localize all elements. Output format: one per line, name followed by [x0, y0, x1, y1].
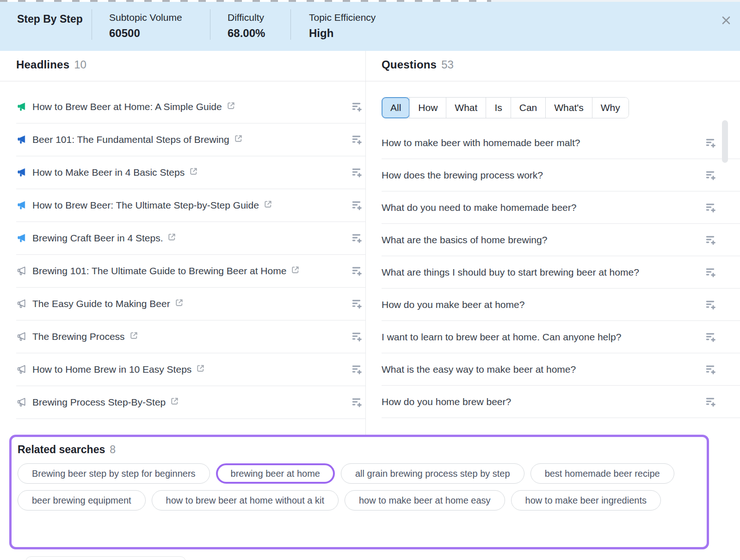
related-search-pill[interactable]: how to make beer ingredients	[511, 490, 661, 511]
playlist-add-icon[interactable]	[704, 234, 717, 246]
question-row[interactable]: What are things I should buy to start br…	[382, 256, 740, 289]
question-row[interactable]: How to make beer with homemade beer malt…	[382, 127, 740, 159]
headlines-list: How to Brew Beer at Home: A Simple Guide	[16, 91, 365, 419]
headline-row[interactable]: How to Brew Beer at Home: A Simple Guide	[16, 91, 365, 123]
external-link-icon[interactable]	[291, 265, 300, 276]
headlines-panel: Headlines 10 How to Brew Beer at Home: A…	[0, 51, 365, 435]
question-row[interactable]: How does the brewing process work?	[382, 159, 740, 191]
question-text: What do you need to make homemade beer?	[382, 202, 576, 213]
question-row[interactable]: How do you home brew beer?	[382, 386, 740, 418]
playlist-add-icon[interactable]	[351, 297, 364, 310]
filter-tab-can[interactable]: Can	[511, 98, 546, 118]
filter-tab-how[interactable]: How	[409, 98, 446, 118]
headlines-count: 10	[74, 58, 86, 71]
playlist-add-icon[interactable]	[704, 266, 717, 279]
headlines-header: Headlines 10	[0, 51, 365, 81]
playlist-add-icon[interactable]	[351, 396, 364, 409]
close-icon[interactable]	[720, 14, 733, 27]
headline-text: Beer 101: The Fundamental Steps of Brewi…	[32, 134, 229, 145]
external-link-icon[interactable]	[196, 364, 205, 375]
external-link-icon[interactable]	[189, 167, 198, 178]
questions-count: 53	[441, 58, 454, 71]
related-search-pill[interactable]: how to make beer at home easy	[345, 490, 505, 511]
playlist-add-icon[interactable]	[351, 265, 364, 277]
playlist-add-icon[interactable]	[351, 199, 364, 212]
external-link-icon[interactable]	[175, 298, 184, 309]
headline-text: Brewing Process Step-By-Step	[32, 397, 166, 408]
playlist-add-icon[interactable]	[704, 201, 717, 214]
cutoff-bottom-pill	[25, 556, 186, 560]
headline-text: Brewing Craft Beer in 4 Steps.	[32, 233, 163, 244]
playlist-add-icon[interactable]	[351, 133, 364, 146]
content-panels: Headlines 10 How to Brew Beer at Home: A…	[0, 51, 740, 435]
stat-value: 60500	[109, 27, 210, 40]
playlist-add-icon[interactable]	[704, 331, 717, 344]
headlines-title: Headlines	[16, 58, 69, 71]
stat-label: Subtopic Volume	[109, 12, 210, 23]
external-link-icon[interactable]	[170, 397, 179, 407]
scrollbar-thumb[interactable]	[722, 120, 728, 163]
playlist-add-icon[interactable]	[704, 363, 717, 376]
filter-tab-is[interactable]: Is	[486, 98, 510, 118]
playlist-add-icon[interactable]	[351, 100, 364, 113]
megaphone-icon	[16, 200, 26, 210]
playlist-add-icon[interactable]	[704, 136, 717, 149]
external-link-icon[interactable]	[227, 101, 235, 112]
megaphone-icon	[16, 299, 26, 309]
megaphone-icon	[16, 233, 26, 243]
megaphone-icon	[16, 102, 26, 112]
filter-tab-why[interactable]: Why	[592, 98, 629, 118]
question-row[interactable]: What are the basics of home brewing?	[382, 224, 740, 256]
question-text: What are the basics of home brewing?	[382, 234, 547, 246]
topic-research-card: Step By Step Subtopic Volume 60500 Diffi…	[0, 0, 740, 560]
playlist-add-icon[interactable]	[351, 330, 364, 343]
related-search-pill[interactable]: Brewing beer step by step for beginners	[18, 463, 210, 484]
stat-difficulty: Difficulty 68.00%	[210, 2, 290, 40]
questions-header: Questions 53	[366, 51, 740, 81]
headline-row[interactable]: Brewing Craft Beer in 4 Steps.	[16, 222, 365, 255]
headline-row[interactable]: How to Make Beer in 4 Basic Steps	[16, 156, 365, 189]
headline-row[interactable]: The Easy Guide to Making Beer	[16, 288, 365, 320]
question-row[interactable]: What do you need to make homemade beer?	[382, 191, 740, 224]
related-search-pill[interactable]: all grain brewing process step by step	[341, 463, 524, 484]
related-searches-title: Related searches	[18, 443, 105, 456]
filter-tab-whats[interactable]: What's	[545, 98, 592, 118]
question-row[interactable]: What is the easy way to make beer at hom…	[382, 353, 740, 386]
megaphone-icon	[16, 135, 26, 145]
external-link-icon[interactable]	[264, 200, 272, 210]
playlist-add-icon[interactable]	[704, 395, 717, 408]
headline-row[interactable]: Brewing 101: The Ultimate Guide to Brewi…	[16, 255, 365, 288]
related-searches-header: Related searches 8	[18, 443, 707, 456]
related-search-pill[interactable]: best homemade beer recipe	[530, 463, 674, 484]
headline-text: The Brewing Process	[32, 331, 125, 342]
related-search-pill[interactable]: beer brewing equipment	[18, 490, 146, 511]
questions-title: Questions	[382, 58, 437, 71]
headline-row[interactable]: The Brewing Process	[16, 320, 365, 353]
megaphone-icon	[16, 332, 26, 342]
question-text: How do you make beer at home?	[382, 299, 524, 310]
playlist-add-icon[interactable]	[351, 363, 364, 376]
external-link-icon[interactable]	[234, 134, 243, 145]
headline-row[interactable]: Brewing Process Step-By-Step	[16, 386, 365, 419]
filter-tab-all[interactable]: All	[382, 98, 409, 118]
external-link-icon[interactable]	[167, 233, 176, 243]
question-row[interactable]: I want to learn to brew beer at home. Ca…	[382, 321, 740, 353]
related-search-pill[interactable]: how to brew beer at home without a kit	[152, 490, 339, 511]
headline-row[interactable]: How to Brew Beer: The Ultimate Step-by-S…	[16, 189, 365, 222]
playlist-add-icon[interactable]	[704, 298, 717, 311]
headline-row[interactable]: Beer 101: The Fundamental Steps of Brewi…	[16, 123, 365, 156]
related-search-pill-highlighted[interactable]: brewing beer at home	[216, 463, 335, 484]
headline-row[interactable]: How to Home Brew in 10 Easy Steps	[16, 353, 365, 386]
stat-value: 68.00%	[228, 27, 290, 40]
external-link-icon[interactable]	[130, 331, 138, 342]
filter-tab-what[interactable]: What	[446, 98, 486, 118]
headline-text: How to Home Brew in 10 Easy Steps	[32, 364, 191, 375]
playlist-add-icon[interactable]	[351, 166, 364, 179]
playlist-add-icon[interactable]	[351, 232, 364, 245]
playlist-add-icon[interactable]	[704, 169, 717, 182]
question-row[interactable]: How do you make beer at home?	[382, 289, 740, 321]
question-text: How do you home brew beer?	[382, 396, 511, 407]
question-text: How does the brewing process work?	[382, 170, 543, 181]
question-text: What are things I should buy to start br…	[382, 267, 639, 278]
stat-label: Difficulty	[228, 12, 290, 23]
